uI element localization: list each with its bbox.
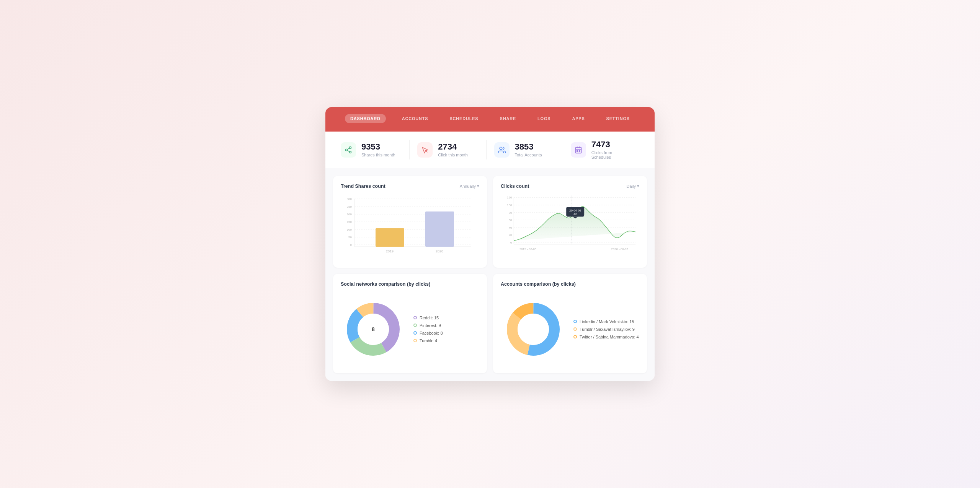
nav: DASHBOARD ACCOUNTS SCHEDULES SHARE LOGS … (345, 114, 635, 123)
bar-2019 (376, 228, 404, 247)
chevron-down-icon: ▾ (477, 184, 479, 189)
accounts-label: Total Accounts (515, 153, 542, 157)
tumblr-account-dot (573, 327, 577, 331)
pinterest-label: Pinterest: 9 (420, 323, 441, 328)
svg-text:80: 80 (509, 211, 512, 214)
svg-line-4 (347, 148, 350, 149)
accounts-legend: Linkedin / Mark Velmiskin: 15 Tumblr / S… (573, 319, 639, 339)
svg-text:2020 - 06-07: 2020 - 06-07 (611, 247, 628, 251)
accounts-comparison-card: Accounts comparison (by clicks) Linkedin… (493, 274, 647, 373)
donut-center-label: 8 (372, 326, 375, 332)
nav-schedules[interactable]: SCHEDULES (444, 114, 483, 123)
main-content: Trend Shares count Annually ▾ (325, 168, 655, 381)
svg-text:200: 200 (347, 213, 352, 216)
stat-accounts: 3853 Total Accounts (487, 140, 563, 159)
accounts-icon (494, 142, 510, 158)
stat-accounts-text: 3853 Total Accounts (515, 142, 542, 157)
shares-label: Shares this month (361, 153, 395, 157)
accounts-donut-svg (501, 297, 566, 362)
nav-accounts[interactable]: ACCOUNTS (397, 114, 434, 123)
legend-facebook: Facebook: 8 (413, 331, 443, 335)
facebook-dot (413, 331, 417, 335)
svg-text:42: 42 (573, 212, 577, 215)
trend-chart-header: Trend Shares count Annually ▾ (341, 184, 479, 189)
svg-point-6 (500, 147, 502, 150)
accounts-donut-container: Linkedin / Mark Velmiskin: 15 Tumblr / S… (501, 293, 639, 366)
social-chart-header: Social networks comparison (by clicks) (341, 281, 479, 287)
svg-text:300: 300 (347, 197, 352, 201)
stat-schedule-text: 7473 Clicks from Schedules (591, 140, 632, 159)
share-icon (341, 142, 356, 158)
trend-chart-filter[interactable]: Annually ▾ (460, 184, 479, 189)
legend-tumblr-account: Tumblr / Saxavat Ismayilov: 9 (573, 327, 639, 332)
trend-chart-svg: 300 250 200 150 100 50 0 2019 (341, 195, 479, 258)
social-chart-title: Social networks comparison (by clicks) (341, 281, 430, 287)
twitter-label: Twitter / Sabina Mammadova: 4 (580, 335, 639, 339)
svg-line-3 (347, 150, 350, 151)
nav-dashboard[interactable]: DASHBOARD (345, 114, 386, 123)
header: DASHBOARD ACCOUNTS SCHEDULES SHARE LOGS … (325, 107, 655, 132)
schedule-clicks-label: Clicks from Schedules (591, 150, 632, 159)
legend-pinterest: Pinterest: 9 (413, 323, 443, 328)
stat-clicks: 2734 Click this month (410, 140, 486, 159)
svg-text:120: 120 (507, 196, 512, 199)
twitter-dot (573, 335, 577, 338)
nav-logs[interactable]: LOGS (532, 114, 556, 123)
svg-text:40: 40 (509, 226, 512, 229)
tumblr-account-label: Tumblr / Saxavat Ismayilov: 9 (580, 327, 635, 332)
svg-rect-7 (575, 147, 581, 153)
reddit-label: Reddit: 15 (420, 316, 439, 320)
svg-text:250: 250 (347, 205, 352, 208)
svg-text:0: 0 (350, 243, 352, 247)
nav-apps[interactable]: APPS (567, 114, 590, 123)
social-networks-card: Social networks comparison (by clicks) (333, 274, 487, 373)
calendar-icon (571, 142, 586, 158)
clicks-chart-svg: 120 100 80 60 40 20 0 (501, 195, 639, 254)
legend-reddit: Reddit: 15 (413, 316, 443, 320)
svg-text:20: 20 (509, 233, 512, 237)
svg-text:150: 150 (347, 220, 352, 224)
click-icon (417, 142, 433, 158)
accounts-chart-header: Accounts comparison (by clicks) (501, 281, 639, 287)
svg-text:100: 100 (507, 203, 512, 207)
tumblr-label: Tumblr: 4 (420, 338, 437, 343)
app-window: DASHBOARD ACCOUNTS SCHEDULES SHARE LOGS … (325, 107, 655, 381)
svg-text:100: 100 (347, 228, 352, 231)
svg-rect-12 (579, 150, 580, 151)
svg-text:0: 0 (510, 241, 512, 244)
svg-text:60: 60 (509, 218, 512, 222)
nav-settings[interactable]: SETTINGS (601, 114, 635, 123)
linkedin-label: Linkedin / Mark Velmiskin: 15 (580, 319, 634, 324)
clicks-label: Click this month (438, 153, 468, 157)
legend-twitter: Twitter / Sabina Mammadova: 4 (573, 335, 639, 339)
svg-text:2019: 2019 (386, 249, 394, 253)
svg-text:50: 50 (348, 236, 352, 239)
svg-text:20-04-09: 20-04-09 (569, 208, 581, 212)
chevron-down-icon: ▾ (637, 184, 639, 189)
trend-shares-card: Trend Shares count Annually ▾ (333, 176, 487, 268)
tumblr-dot (413, 339, 417, 342)
trend-chart-title: Trend Shares count (341, 184, 385, 189)
trend-bar-chart: 300 250 200 150 100 50 0 2019 (341, 195, 479, 260)
reddit-dot (413, 316, 417, 319)
line-chart: 120 100 80 60 40 20 0 (501, 195, 639, 260)
accounts-chart-title: Accounts comparison (by clicks) (501, 281, 576, 287)
schedule-clicks-number: 7473 (591, 140, 632, 149)
stat-shares: 9353 Shares this month (341, 140, 410, 159)
svg-rect-11 (577, 150, 578, 151)
accounts-donut-center (518, 314, 549, 345)
social-donut-container: 8 Reddit: 15 Pinterest: 9 Facebook: 8 (341, 293, 479, 366)
social-donut-svg: 8 (341, 297, 406, 362)
accounts-number: 3853 (515, 142, 542, 151)
stat-schedule-clicks: 7473 Clicks from Schedules (563, 140, 639, 159)
linkedin-dot (573, 320, 577, 323)
nav-share[interactable]: SHARE (495, 114, 522, 123)
social-legend: Reddit: 15 Pinterest: 9 Facebook: 8 Tumb… (413, 316, 443, 343)
legend-tumblr: Tumblr: 4 (413, 338, 443, 343)
shares-number: 9353 (361, 142, 395, 151)
clicks-chart-header: Clicks count Daily ▾ (501, 184, 639, 189)
stat-shares-text: 9353 Shares this month (361, 142, 395, 157)
svg-text:2019 - 06-06: 2019 - 06-06 (519, 247, 536, 251)
clicks-chart-filter[interactable]: Daily ▾ (627, 184, 639, 189)
clicks-count-card: Clicks count Daily ▾ 120 (493, 176, 647, 268)
